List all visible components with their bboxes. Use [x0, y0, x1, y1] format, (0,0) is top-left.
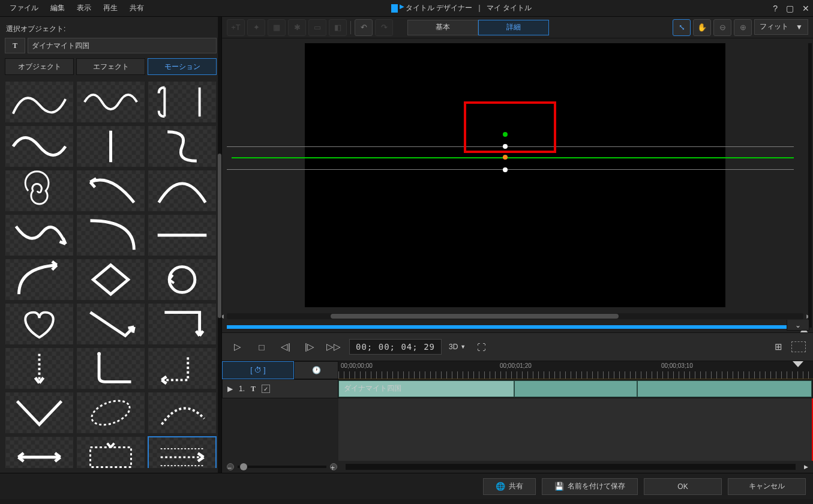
preset-vertical[interactable] [76, 125, 145, 167]
selection-box[interactable] [464, 101, 556, 153]
ok-button[interactable]: OK [644, 478, 722, 495]
clip-segment-2[interactable] [514, 380, 638, 397]
maximize-button[interactable]: ▢ [786, 4, 794, 13]
clock-tab[interactable]: 🕐 [294, 361, 338, 379]
preset-sine[interactable] [5, 125, 74, 167]
preset-heart[interactable] [5, 303, 74, 345]
tab-motion[interactable]: モーション [148, 58, 217, 75]
mode-basic-button[interactable]: 基本 [407, 20, 478, 35]
ruler-label-0: 00;00;00;00 [341, 362, 373, 369]
zoom-fit-dropdown[interactable]: フィット ▼ [754, 19, 808, 35]
preset-v[interactable] [5, 392, 74, 434]
add-particle-button[interactable]: ✦ [247, 19, 265, 36]
anchor-mid-icon[interactable] [503, 155, 508, 160]
collapse-button[interactable]: ⌄ [787, 320, 809, 331]
preset-dotted-arrow[interactable] [148, 436, 217, 468]
handle2-icon[interactable] [503, 167, 508, 172]
safe-zone-button[interactable] [791, 341, 806, 352]
menu-play[interactable]: 再生 [97, 1, 124, 16]
play-button[interactable]: ▷ [229, 338, 246, 355]
preset-curve[interactable] [5, 81, 74, 123]
handle-icon[interactable] [503, 144, 508, 149]
preset-s-curve[interactable] [148, 125, 217, 167]
timecode-field[interactable]: 00; 00; 04; 29 [349, 339, 442, 355]
track-body[interactable]: ダイナマイト四国 [338, 379, 813, 398]
track-header[interactable]: ▶ 1. T ✓ [222, 379, 338, 398]
dropdown-icon: ▼ [796, 23, 803, 31]
timeline-empty-area[interactable] [338, 398, 813, 461]
redo-button[interactable]: ↷ [375, 19, 393, 36]
3d-toggle[interactable]: 3D▼ [449, 338, 466, 355]
add-text-button[interactable]: +T [227, 19, 245, 36]
canvas-v-scrollbar[interactable] [808, 43, 812, 328]
zoom-out-button[interactable]: ⊖ [713, 19, 731, 36]
motion-path[interactable] [232, 157, 794, 158]
preset-double-arrow[interactable] [5, 436, 74, 468]
tab-object[interactable]: オブジェクト [5, 58, 74, 75]
track-visible-checkbox[interactable]: ✓ [262, 385, 270, 393]
preset-diag[interactable] [76, 214, 145, 256]
menu-view[interactable]: 表示 [71, 1, 97, 16]
add-bg-button[interactable]: ▭ [308, 19, 326, 36]
pan-tool-button[interactable]: ✋ [693, 19, 711, 36]
stop-button[interactable]: □ [253, 338, 270, 355]
undo-button[interactable]: ↶ [355, 19, 373, 36]
share-button[interactable]: 🌐共有 [483, 478, 536, 495]
object-name-field[interactable]: ダイナマイト四国 [28, 38, 217, 53]
add-shape-button[interactable]: ◧ [329, 19, 347, 36]
preview-time-bar[interactable] [227, 325, 803, 329]
preset-diamond[interactable] [76, 259, 145, 301]
help-button[interactable]: ? [773, 4, 778, 13]
menu-edit[interactable]: 編集 [44, 1, 71, 16]
preset-wave[interactable] [76, 81, 145, 123]
timeline-scrollbar[interactable] [346, 464, 796, 470]
timeline-scroll-right-icon[interactable]: ▶ [804, 464, 808, 470]
clip-segment-1[interactable]: ダイナマイト四国 [338, 380, 514, 397]
canvas-h-scrollbar[interactable] [227, 313, 803, 319]
footer-bar: 🌐共有 💾名前を付けて保存 OK キャンセル [0, 473, 813, 499]
fast-forward-button[interactable]: ▷▷ [325, 338, 342, 355]
prev-frame-button[interactable]: ◁| [277, 338, 294, 355]
mode-detail-button[interactable]: 詳細 [478, 20, 549, 35]
timeline-ruler[interactable]: 00;00;00;00 00;00;01;20 00;00;03;10 [338, 361, 813, 379]
preset-arc-dash[interactable] [148, 392, 217, 434]
save-as-button[interactable]: 💾名前を付けて保存 [542, 478, 638, 495]
cancel-button[interactable]: キャンセル [728, 478, 806, 495]
preset-dotted-corner[interactable] [148, 347, 217, 389]
zoom-in-button[interactable]: ⊕ [734, 19, 752, 36]
menu-file[interactable]: ファイル [4, 1, 44, 16]
add-image-button[interactable]: ▦ [268, 19, 286, 36]
preset-rect-path[interactable] [148, 303, 217, 345]
preset-ellipse-dash[interactable] [76, 392, 145, 434]
menu-share[interactable]: 共有 [124, 1, 150, 16]
preset-bracket[interactable] [148, 81, 217, 123]
preset-down-arrow[interactable] [5, 347, 74, 389]
preset-line[interactable] [148, 214, 217, 256]
scroll-left-icon[interactable]: ◀ [222, 313, 224, 319]
tab-effect[interactable]: エフェクト [76, 58, 145, 75]
preset-hump[interactable] [148, 170, 217, 212]
sidebar-scrollbar[interactable] [218, 17, 221, 473]
zoom-out-tl-button[interactable]: − [227, 463, 234, 470]
preset-wave2[interactable] [5, 214, 74, 256]
clip-segment-3[interactable] [637, 380, 812, 397]
keyframe-tab[interactable]: [ ⏱ ] [222, 361, 294, 379]
zoom-in-tl-button[interactable]: + [330, 463, 337, 470]
preset-zigzag[interactable] [76, 303, 145, 345]
fullscreen-button[interactable]: ⛶ [473, 338, 490, 355]
preset-spiral[interactable] [5, 170, 74, 212]
preview-canvas[interactable]: ◀ ▶ [222, 38, 813, 332]
expand-icon[interactable]: ▶ [227, 385, 233, 393]
preset-arc-up[interactable] [5, 259, 74, 301]
anchor-start-icon[interactable] [503, 132, 508, 137]
snapshot-button[interactable]: ⊞ [770, 338, 787, 355]
preset-dotted-rect[interactable] [76, 436, 145, 468]
zoom-slider[interactable] [238, 466, 326, 468]
preset-circle[interactable] [148, 259, 217, 301]
move-tool-button[interactable]: ⤡ [673, 19, 691, 36]
preset-arc-left[interactable] [76, 170, 145, 212]
preset-corner[interactable] [76, 347, 145, 389]
close-button[interactable]: ✕ [802, 4, 809, 13]
next-frame-button[interactable]: |▷ [301, 338, 318, 355]
add-effect-button[interactable]: ✱ [288, 19, 306, 36]
